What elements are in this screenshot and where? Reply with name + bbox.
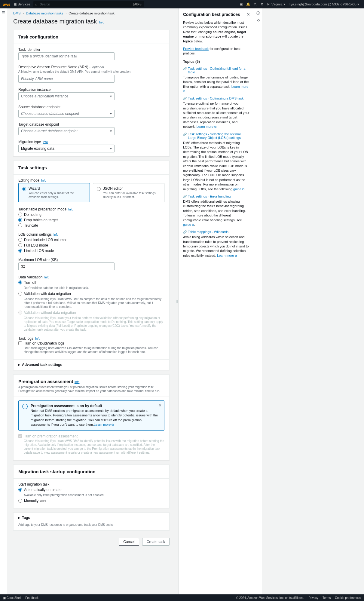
cloudshell-icon[interactable]: ▣ xyxy=(240,2,243,6)
topic-link[interactable]: Task settings - Selecting the optimal La… xyxy=(188,132,249,140)
source-endpoint-select[interactable]: Choose a source database endpoint▾ xyxy=(18,110,115,118)
radio-label: Limited LOB mode xyxy=(24,249,54,253)
optional-tag: optional xyxy=(92,65,104,69)
topic-link[interactable]: Task settings - Error handling xyxy=(188,195,231,198)
create-task-button[interactable]: Create task xyxy=(142,538,170,546)
link-icon: 🔗 xyxy=(183,97,187,100)
replication-instance-label: Replication instance xyxy=(18,87,164,92)
lob-none-radio[interactable] xyxy=(18,238,22,242)
topic-link[interactable]: Task settings - Optimizing full load for… xyxy=(188,67,249,74)
provide-feedback-link[interactable]: Provide feedback xyxy=(183,47,209,51)
info-link[interactable]: Info xyxy=(35,337,40,340)
info-icon[interactable]: ⓘ xyxy=(256,11,260,16)
lob-settings-label: LOB column settings Info xyxy=(18,232,164,237)
help-close-icon[interactable]: ✕ xyxy=(246,12,250,17)
tags-toggle[interactable]: ▸Tags xyxy=(14,513,169,523)
terms-link[interactable]: Terms xyxy=(323,596,331,599)
privacy-link[interactable]: Privacy xyxy=(308,596,318,599)
radio-desc: Choose this setting if you want your tas… xyxy=(24,316,164,332)
topic-body: Avoid using wildcards within selection a… xyxy=(183,235,249,258)
premigration-alert: i Premigration assessment is on by defau… xyxy=(18,400,164,431)
cloudshell-link[interactable]: ▣ CloudShell xyxy=(3,596,21,599)
breadcrumb-current: Create database migration task xyxy=(69,11,115,15)
max-lob-input[interactable] xyxy=(18,262,115,270)
tile-desc: You can enter only a subset of the avail… xyxy=(29,191,86,199)
table-prep-do-nothing-radio[interactable] xyxy=(18,213,22,216)
cookie-link[interactable]: Cookie preferences xyxy=(335,596,361,599)
region-label: N. Virginia xyxy=(267,2,283,6)
info-link[interactable]: Info xyxy=(68,208,73,211)
info-link[interactable]: Info xyxy=(54,233,59,236)
editing-mode-wizard-radio[interactable] xyxy=(22,187,26,191)
task-logs-label: Task logs Info xyxy=(18,336,164,341)
advanced-settings-toggle[interactable]: ▸Advanced task settings xyxy=(14,359,169,370)
topic-link[interactable]: Task settings - Optimizing a DMS task xyxy=(188,97,243,100)
breadcrumb-dms[interactable]: DMS xyxy=(13,11,20,15)
search-input[interactable] xyxy=(37,0,133,8)
help-icon[interactable]: ?⃝ xyxy=(254,2,257,6)
editing-mode-json-tile[interactable]: JSON editorYou can enter all available t… xyxy=(93,183,164,202)
editing-mode-json-radio[interactable] xyxy=(97,187,101,191)
link-icon: 🔗 xyxy=(183,67,187,70)
region-selector[interactable]: N. Virginia ▾ xyxy=(267,2,285,6)
topic-link[interactable]: Table mappings - Wildcards xyxy=(188,230,228,234)
external-link-icon: ⧉ xyxy=(214,125,216,128)
alert-close-icon[interactable]: ✕ xyxy=(158,403,162,408)
tags-desc: Add tags to your DMS resources to organi… xyxy=(14,523,169,530)
info-link[interactable]: Info xyxy=(41,179,46,182)
arn-input[interactable] xyxy=(18,75,115,83)
editing-mode-wizard-tile[interactable]: WizardYou can enter only a subset of the… xyxy=(18,183,90,202)
learn-more-link[interactable]: Learn more xyxy=(217,254,234,257)
learn-more-link[interactable]: guide xyxy=(183,223,191,226)
refresh-icon[interactable]: ⟲ xyxy=(257,18,260,23)
validation-off-radio[interactable] xyxy=(18,281,22,284)
chevron-right-icon: ▸ xyxy=(18,363,20,367)
table-prep-truncate-radio[interactable] xyxy=(18,223,22,227)
notifications-icon[interactable]: 🔔 xyxy=(246,2,250,6)
target-endpoint-select[interactable]: Choose a target database endpoint▾ xyxy=(18,127,115,135)
breadcrumb: DMS › Database migration tasks › Create … xyxy=(7,8,176,17)
replication-instance-select[interactable]: Choose a replication instance▾ xyxy=(18,92,115,100)
learn-more-link[interactable]: Learn more xyxy=(197,125,213,128)
learn-more-link[interactable]: Learn more xyxy=(231,85,248,88)
learn-more-link[interactable]: Learn more xyxy=(94,423,111,426)
radio-label: Full LOB mode xyxy=(24,243,48,247)
topic-body: To ensure optimal performance of your mi… xyxy=(183,101,249,129)
account-menu[interactable]: riya.singh@hevodata.com @ 5332-6736-1435… xyxy=(289,2,359,6)
validation-with-migration-radio[interactable] xyxy=(18,292,22,296)
services-menu[interactable]: ▦ Services xyxy=(14,2,30,6)
aws-logo[interactable]: aws xyxy=(3,2,11,7)
migration-type-select[interactable]: Migrate existing data▾ xyxy=(18,145,115,152)
panel-heading: Premigration assessment Info xyxy=(14,375,169,385)
radio-desc: Choose this setting if you want AWS DMS … xyxy=(24,297,164,309)
lob-full-radio[interactable] xyxy=(18,243,22,247)
table-prep-drop-radio[interactable] xyxy=(18,218,22,222)
breadcrumb-tasks[interactable]: Database migration tasks xyxy=(26,11,63,15)
premigration-checkbox xyxy=(18,434,22,438)
start-manual-radio[interactable] xyxy=(18,499,22,503)
panel-heading: Task settings xyxy=(14,161,169,175)
info-link[interactable]: Info xyxy=(75,380,80,384)
search-box[interactable]: ⌕ [Alt+S] xyxy=(33,1,144,7)
settings-icon[interactable]: ⚙ xyxy=(261,2,264,6)
feedback-link[interactable]: Feedback xyxy=(25,596,38,599)
info-link[interactable]: Info xyxy=(43,140,48,144)
radio-label: Drop tables on target xyxy=(24,218,58,222)
info-link[interactable]: Info xyxy=(99,21,104,24)
tile-title: Wizard xyxy=(29,186,86,191)
chevron-down-icon: ▾ xyxy=(110,112,112,116)
panel-resizer[interactable]: || xyxy=(176,8,179,594)
lob-limited-radio[interactable] xyxy=(18,249,22,253)
cloudwatch-logs-checkbox[interactable] xyxy=(18,341,22,345)
external-link-icon: ⧉ xyxy=(183,90,185,93)
task-identifier-input[interactable] xyxy=(18,52,115,60)
side-nav-toggle[interactable]: ☰ xyxy=(0,8,7,594)
radio-desc: Don't validate data for the table in mig… xyxy=(24,286,164,290)
start-auto-radio[interactable] xyxy=(18,488,22,492)
cancel-button[interactable]: Cancel xyxy=(119,538,139,546)
alert-body: Note that DMS enables premigration asses… xyxy=(31,409,161,427)
radio-label: Validation with data migration xyxy=(24,292,71,296)
learn-more-link[interactable]: guide xyxy=(233,187,241,191)
info-link[interactable]: Info xyxy=(44,276,50,279)
validation-label: Data Validation Info xyxy=(18,275,164,279)
